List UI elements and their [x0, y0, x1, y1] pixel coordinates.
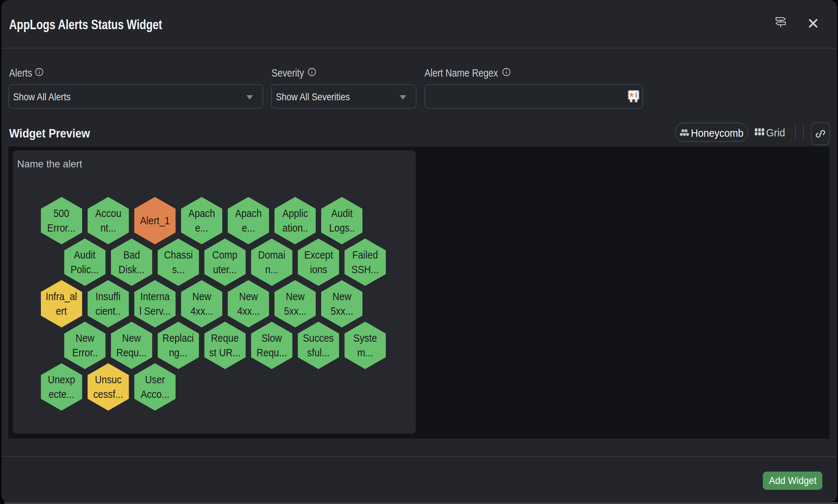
- svg-text:*: *: [629, 90, 634, 102]
